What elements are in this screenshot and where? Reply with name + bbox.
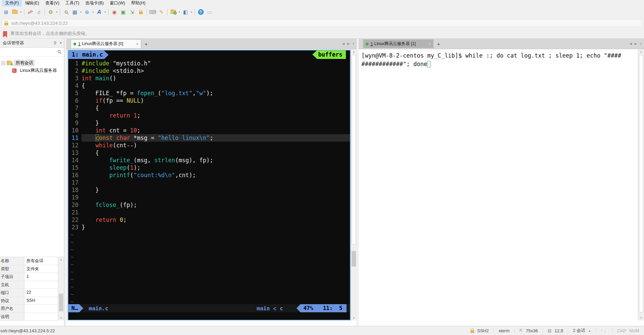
vim-code-area[interactable]: 1#include "mystdio.h"2#include <stdio.h>… [68, 59, 350, 306]
tab-scroll-left-icon[interactable]: ◀ [629, 42, 632, 45]
scroll-up-icon[interactable]: ▲ [638, 49, 644, 54]
web-icon[interactable]: ⊕ [83, 8, 91, 16]
close-icon[interactable]: × [60, 41, 62, 45]
lock-icon[interactable] [137, 8, 145, 16]
menu-view[interactable]: 查看(V) [42, 0, 63, 6]
scroll-up-icon[interactable]: ▲ [351, 49, 357, 54]
new-folder-icon[interactable]: + [169, 8, 177, 16]
menu-window[interactable]: 窗口(W) [107, 0, 128, 6]
scrollbar-thumb[interactable] [352, 55, 356, 245]
menu-tools[interactable]: 工具(T) [62, 0, 82, 6]
vim-tilde-line: ~ [68, 276, 350, 283]
line-number: 18 [68, 186, 79, 194]
record-icon[interactable]: ◉ [110, 8, 118, 16]
session-search-input[interactable] [0, 48, 64, 57]
web-icon-dropdown[interactable]: ▼ [91, 11, 95, 13]
font-icon-dropdown[interactable]: ▼ [104, 11, 107, 13]
add-session-arrow-icon[interactable] [3, 31, 7, 36]
status-terminal-type[interactable]: xterm [498, 328, 510, 333]
layout-icon-dropdown[interactable]: ▼ [79, 11, 83, 13]
bash-terminal[interactable]: [wyn@VM-8-2-centos my_C_lib]$ while :; d… [359, 49, 638, 320]
line-number: 14 [68, 156, 79, 164]
chat-icon[interactable]: ▭ [205, 8, 214, 16]
tab-scroll-left-icon[interactable]: ◀ [342, 42, 345, 45]
new-session-icon[interactable]: ⊞ [2, 8, 10, 16]
highlighter-icon[interactable]: ✎ [157, 8, 165, 16]
session-count-caret-icon[interactable]: ▲ [589, 330, 591, 332]
font-icon[interactable]: A [95, 8, 103, 16]
tab-close-icon[interactable]: × [426, 42, 431, 46]
tab-scroll-right-icon[interactable]: ▶ [635, 42, 637, 45]
vim-mode-segment: N… [68, 304, 79, 312]
scroll-up-icon[interactable]: ▲ [58, 257, 64, 262]
session-properties-icon-dropdown[interactable]: ▼ [55, 11, 59, 13]
menu-file[interactable]: 文件(F) [2, 0, 22, 6]
address-url: ssh://wyn@43.143.224.5:22 [11, 21, 68, 26]
toolbar-separator [147, 9, 147, 16]
scrollbar-thumb-marker[interactable] [352, 251, 356, 267]
right-terminal-scrollbar[interactable]: ▲ ▼ [638, 49, 644, 320]
new-folder-icon-dropdown[interactable]: ▼ [178, 11, 181, 13]
line-number: 7 [68, 104, 79, 112]
status-session-count[interactable]: 2 会话 [573, 328, 585, 334]
address-input[interactable]: ssh://wyn@43.143.224.5:22 [2, 19, 642, 27]
scroll-down-icon[interactable]: ▼ [638, 315, 644, 320]
scrollbar-thumb[interactable] [639, 55, 643, 312]
menu-edit[interactable]: 编辑(E) [22, 0, 42, 6]
vim-code-line: 17 [68, 179, 350, 186]
property-value[interactable]: SSH [24, 297, 58, 305]
vim-code-line: 23} [68, 224, 350, 231]
session-properties-icon[interactable]: ⚙ [47, 8, 55, 16]
line-number: 2 [68, 67, 79, 75]
property-value[interactable]: 文件夹 [24, 265, 58, 273]
property-value[interactable]: 22 [24, 289, 58, 297]
window-split-icon-dropdown[interactable]: ▼ [190, 11, 193, 13]
scroll-down-icon[interactable]: ▼ [58, 315, 64, 320]
tab-scroll-right-icon[interactable]: ▶ [347, 42, 350, 45]
help-icon[interactable]: ? [197, 8, 205, 16]
window-split-icon[interactable]: ◧ [181, 8, 190, 16]
pin-icon[interactable]: ⚲ [53, 41, 57, 45]
find-icon[interactable] [62, 8, 70, 16]
open-session-icon[interactable] [11, 8, 19, 16]
menu-tab[interactable]: 选项卡(B) [82, 0, 107, 6]
session-tab-right[interactable]: 1 Linux腾讯云服务器 [1] × [363, 39, 434, 48]
vim-buffer-tab[interactable]: 1: main.c [68, 50, 104, 59]
property-value[interactable] [24, 313, 58, 321]
tree-item-all-sessions[interactable]: ⚙所有会话 [0, 59, 64, 67]
left-terminal-scrollbar[interactable]: ▲ ▼ [351, 49, 357, 320]
keyboard-icon[interactable]: ⌨ [149, 8, 157, 16]
tab-close-icon[interactable]: × [134, 42, 138, 46]
tab-menu-icon[interactable]: ▼ [640, 43, 642, 45]
line-number: 10 [68, 127, 79, 134]
property-row: 说明 [0, 313, 58, 321]
scroll-down-icon[interactable]: ▼ [351, 315, 357, 320]
tree-item-session[interactable]: Linux腾讯云服务器 [0, 67, 64, 74]
property-value[interactable] [24, 305, 58, 313]
reconnect-icon[interactable]: ☌ [35, 8, 43, 16]
menu-help[interactable]: 帮助(H) [128, 0, 149, 6]
property-value[interactable]: 1 [24, 273, 58, 281]
open-session-icon-dropdown[interactable]: ▼ [19, 11, 23, 13]
new-tab-button[interactable]: + [143, 40, 150, 47]
property-row: 协议SSH [0, 297, 58, 305]
layout-icon[interactable]: ▦ [71, 8, 79, 16]
new-tab-button[interactable]: + [435, 40, 442, 47]
tab-menu-icon[interactable]: ▼ [352, 43, 355, 45]
property-value[interactable]: 所有会话 [24, 257, 58, 265]
properties-scrollbar[interactable]: ▲ ▼ [58, 257, 64, 320]
tab-label: Linux腾讯云服务器 [1] [374, 41, 416, 47]
vim-terminal[interactable]: 1: main.c buffers 1#include "mystdio.h"2… [68, 50, 351, 320]
disconnect-icon[interactable]: ☍ [26, 8, 34, 16]
package-icon[interactable]: ▣ [119, 8, 127, 16]
scrollbar-thumb[interactable] [59, 294, 63, 311]
property-row: 子项目1 [0, 273, 58, 281]
fullscreen-icon[interactable]: ⇲ [128, 8, 136, 16]
vim-code-line: 9 } [68, 119, 350, 127]
property-value[interactable] [24, 281, 58, 289]
session-tab-left[interactable]: 1 Linux腾讯云服务器 [0] × [71, 39, 141, 48]
tree-expand-icon[interactable] [1, 61, 5, 65]
scroll-up-down-icons[interactable]: ↑↓ [601, 328, 607, 333]
property-row: 端口22 [0, 289, 58, 297]
folder-icon: ⚙ [7, 61, 12, 65]
